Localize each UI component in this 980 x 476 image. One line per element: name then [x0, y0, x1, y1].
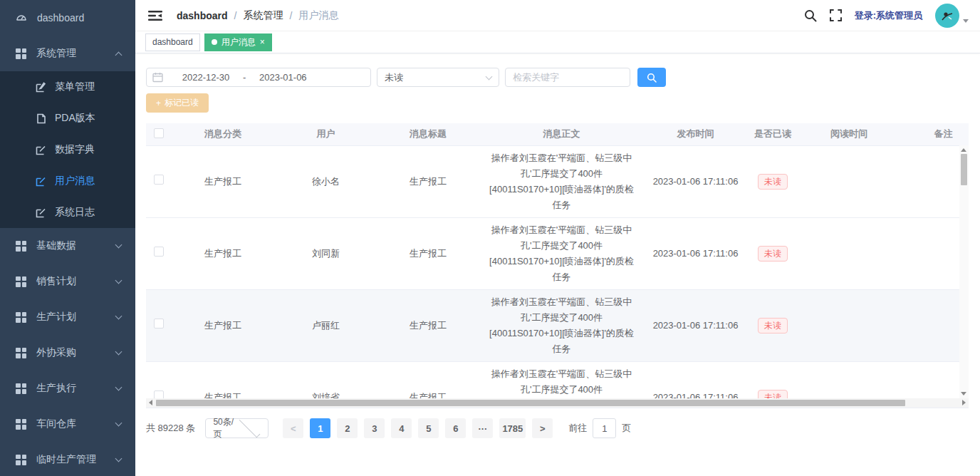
date-start-input[interactable]: [169, 72, 243, 83]
sidebar-item-workshop-warehouse[interactable]: 车间仓库: [0, 406, 135, 442]
edit-icon: [36, 207, 46, 218]
table-row[interactable]: 生产报工 徐小名 生产报工 操作者刘玉霞在'平端面、钻三级中孔'工序提交了400…: [146, 145, 969, 217]
next-page-button[interactable]: >: [532, 418, 553, 438]
filter-row: - 未读: [146, 68, 969, 87]
sidebar-item-label: 生产执行: [36, 382, 116, 395]
cell-remark: [899, 289, 969, 361]
pagination: 共 89228 条 50条/页 < 1 2 3 4 5 6 ··· 1785 >: [146, 418, 969, 438]
breadcrumb-user-messages: 用户消息: [298, 9, 338, 22]
sidebar-item-basic-data[interactable]: 基础数据: [0, 228, 135, 264]
cell-content: 操作者刘玉霞在'平端面、钻三级中孔'工序提交了400件[40011S0170+1…: [479, 145, 645, 217]
read-status-select[interactable]: 未读: [377, 68, 499, 87]
close-icon[interactable]: ×: [260, 38, 265, 46]
col-header-title: 消息标题: [377, 123, 479, 145]
goto-label: 前往: [568, 422, 587, 435]
page-unit-label: 页: [622, 422, 631, 435]
page-button-5[interactable]: 5: [418, 418, 439, 438]
cell-category: 生产报工: [172, 145, 274, 217]
horizontal-scroll-thumb[interactable]: [156, 400, 905, 406]
page-button-3[interactable]: 3: [364, 418, 385, 438]
cell-read-time: [799, 145, 899, 217]
sidebar-item-label: 外协采购: [36, 346, 116, 359]
sidebar-subitem-system-logs[interactable]: 系统日志: [0, 197, 135, 228]
select-all-checkbox[interactable]: [154, 128, 164, 138]
cell-user: 刘同新: [274, 217, 377, 289]
row-checkbox[interactable]: [154, 319, 164, 328]
sidebar-item-production-plan[interactable]: 生产计划: [0, 299, 135, 335]
sidebar-item-outsourcing-purchase[interactable]: 外协采购: [0, 335, 135, 371]
mark-read-label: 标记已读: [165, 97, 199, 109]
table-row[interactable]: 生产报工 刘同新 生产报工 操作者刘玉霞在'平端面、钻三级中孔'工序提交了400…: [146, 217, 969, 289]
sidebar-subitem-label: 数据字典: [55, 143, 95, 156]
row-checkbox[interactable]: [154, 175, 164, 185]
cell-category: 生产报工: [172, 217, 274, 289]
breadcrumb-system-management[interactable]: 系统管理: [243, 9, 283, 22]
cell-remark: [899, 217, 969, 289]
cell-title: 生产报工: [377, 217, 479, 289]
date-range-picker[interactable]: -: [146, 68, 371, 87]
sidebar-item-temp-production-management[interactable]: 临时生产管理: [0, 442, 135, 476]
keyword-search-input[interactable]: [505, 68, 630, 87]
scroll-up-icon[interactable]: [961, 148, 966, 152]
cell-category: 生产报工: [172, 289, 274, 361]
breadcrumb-separator: /: [234, 10, 237, 21]
sidebar-item-dashboard[interactable]: dashboard: [0, 0, 135, 36]
search-button[interactable]: [637, 68, 666, 87]
page-button-6[interactable]: 6: [445, 418, 466, 438]
page-button-2[interactable]: 2: [337, 418, 358, 438]
page-button-4[interactable]: 4: [391, 418, 412, 438]
goto-page-input[interactable]: [593, 418, 616, 438]
sidebar-item-system-management[interactable]: 系统管理: [0, 36, 135, 71]
mark-read-button[interactable]: + 标记已读: [146, 93, 209, 113]
sidebar-item-label: 车间仓库: [36, 418, 116, 430]
col-header-user: 用户: [274, 123, 377, 145]
avatar[interactable]: [935, 4, 959, 28]
tab-dashboard[interactable]: dashboard: [145, 33, 200, 51]
navbar: dashboard / 系统管理 / 用户消息 登录:系统管理员: [135, 0, 980, 31]
search-icon[interactable]: [804, 9, 817, 22]
breadcrumb-dashboard[interactable]: dashboard: [177, 10, 228, 21]
total-count-label: 共 89228 条: [146, 422, 195, 435]
vertical-scrollbar[interactable]: [959, 145, 969, 398]
col-header-remark: 备注: [899, 123, 969, 145]
sidebar-item-production-execution[interactable]: 生产执行: [0, 371, 135, 406]
fullscreen-icon[interactable]: [830, 9, 842, 21]
horizontal-scrollbar[interactable]: [146, 398, 969, 408]
sidebar-subitem-user-messages[interactable]: 用户消息: [0, 165, 135, 197]
edit-icon: [36, 145, 46, 155]
chevron-down-icon: [115, 348, 123, 356]
cell-publish-time: 2023-01-06 17:11:06: [645, 145, 746, 217]
edit-icon: [36, 82, 46, 93]
navbar-right: 登录:系统管理员: [804, 4, 969, 28]
cell-publish-time: 2023-01-06 17:11:06: [645, 217, 746, 289]
page-button-1[interactable]: 1: [310, 418, 330, 438]
page-size-select[interactable]: 50条/页: [205, 418, 269, 438]
sidebar-subitem-label: 菜单管理: [55, 81, 95, 93]
sidebar-item-sales-plan[interactable]: 销售计划: [0, 264, 135, 299]
sidebar-collapse-icon[interactable]: [145, 7, 165, 24]
scroll-left-icon[interactable]: [149, 400, 152, 405]
scroll-right-icon[interactable]: [962, 400, 966, 405]
sidebar-subitem-pda-version[interactable]: PDA版本: [0, 103, 135, 134]
app-window: dashboard 系统管理 菜单管理 PDA版本 数据字典 用户消息: [0, 0, 980, 476]
goto-page: 前往 页: [568, 418, 631, 438]
date-end-input[interactable]: [246, 72, 320, 83]
prev-page-button[interactable]: <: [283, 418, 303, 438]
caret-down-icon: [963, 19, 969, 23]
table-row[interactable]: 生产报工 卢丽红 生产报工 操作者刘玉霞在'平端面、钻三级中孔'工序提交了400…: [146, 289, 969, 361]
scroll-down-icon[interactable]: [961, 392, 966, 395]
page-button-last[interactable]: 1785: [499, 418, 526, 438]
sidebar-subitem-data-dictionary[interactable]: 数据字典: [0, 134, 135, 165]
sidebar-subitem-label: 用户消息: [55, 175, 95, 187]
tab-user-messages[interactable]: 用户消息 ×: [204, 33, 272, 51]
breadcrumb: dashboard / 系统管理 / 用户消息: [177, 9, 338, 22]
pager-ellipsis[interactable]: ···: [472, 418, 493, 438]
cell-user: 徐小名: [274, 145, 377, 217]
breadcrumb-separator: /: [289, 10, 292, 21]
vertical-scroll-thumb[interactable]: [961, 154, 967, 185]
grid-icon: [16, 48, 26, 59]
grid-icon: [16, 312, 26, 323]
sidebar-subitem-menu-management[interactable]: 菜单管理: [0, 71, 135, 103]
row-checkbox[interactable]: [154, 247, 164, 257]
user-menu[interactable]: [935, 4, 969, 28]
